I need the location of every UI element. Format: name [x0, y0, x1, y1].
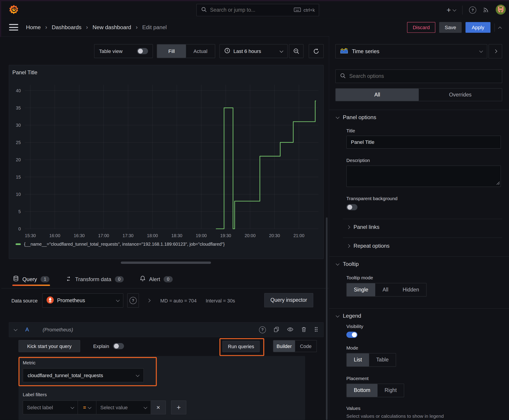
- breadcrumb-home[interactable]: Home: [26, 24, 41, 31]
- tooltip-all-option[interactable]: All: [375, 283, 395, 296]
- panel-links-header[interactable]: Panel links: [347, 224, 379, 230]
- drag-handle-icon[interactable]: [314, 326, 318, 333]
- metric-field: Metric cloudflared_tunnel_total_requests: [23, 360, 144, 382]
- time-range-label: Last 6 hours: [233, 48, 277, 54]
- scrollbar-thumb[interactable]: [326, 218, 327, 420]
- section-divider: [329, 308, 509, 308]
- datasource-help-button[interactable]: ?: [127, 293, 139, 308]
- legend-mode-label: Mode: [346, 345, 358, 351]
- panel-options-header[interactable]: Panel options: [336, 114, 376, 121]
- grafana-logo[interactable]: [9, 4, 19, 15]
- panel-description-textarea[interactable]: [346, 165, 501, 187]
- time-series-chart[interactable]: 15:3016:0016:3017:0017:3018:0018:3019:00…: [9, 78, 323, 240]
- operator-dropdown[interactable]: =: [78, 400, 96, 414]
- run-queries-button[interactable]: Run queries: [222, 341, 260, 352]
- expand-options-icon[interactable]: [147, 299, 150, 302]
- builder-option[interactable]: Builder: [273, 340, 295, 352]
- help-icon[interactable]: ?: [259, 326, 266, 333]
- create-new-button[interactable]: +: [447, 7, 456, 13]
- section-divider: [329, 110, 509, 110]
- query-interval: Interval = 30s: [205, 298, 235, 303]
- refresh-button[interactable]: [309, 44, 324, 58]
- select-value-dropdown[interactable]: Select value: [97, 400, 151, 414]
- tab-query[interactable]: Query 1: [13, 276, 50, 283]
- select-label-placeholder: Select label: [27, 405, 71, 410]
- resize-handle-icon[interactable]: [496, 181, 500, 185]
- search-options-box[interactable]: [335, 69, 502, 83]
- legend-list-option[interactable]: List: [347, 353, 369, 366]
- tab-overrides[interactable]: Overrides: [419, 89, 502, 101]
- table-view-toggle[interactable]: [137, 48, 148, 54]
- panel-edit-actions: Discard Save Apply: [407, 22, 503, 33]
- placement-bottom-option[interactable]: Bottom: [347, 384, 378, 397]
- nav-divider: [462, 6, 463, 15]
- metric-select[interactable]: cloudflared_tunnel_total_requests: [23, 368, 144, 382]
- legend-header[interactable]: Legend: [336, 313, 361, 319]
- zoom-out-button[interactable]: [289, 44, 304, 58]
- chevron-down-icon: [136, 373, 139, 377]
- global-search-input[interactable]: [209, 7, 294, 13]
- svg-text:18:30: 18:30: [171, 233, 182, 238]
- remove-filter-button[interactable]: ✕: [151, 400, 166, 414]
- svg-text:17:00: 17:00: [98, 233, 109, 238]
- legend-visibility-toggle[interactable]: [346, 332, 357, 338]
- legend-swatch: [15, 243, 21, 245]
- time-range-picker[interactable]: Last 6 hours: [220, 44, 288, 58]
- panel-resize-handle[interactable]: [121, 262, 211, 264]
- active-tab-underline: [12, 285, 50, 286]
- fill-option[interactable]: Fill: [157, 45, 186, 58]
- description-label: Description: [346, 158, 370, 163]
- transparent-bg-toggle[interactable]: [346, 204, 357, 210]
- breadcrumb-dashboards[interactable]: Dashboards: [52, 24, 82, 31]
- help-icon[interactable]: ?: [469, 7, 476, 14]
- tab-alert[interactable]: Alert 0: [140, 276, 173, 283]
- eye-icon[interactable]: [287, 327, 294, 333]
- news-rss-icon[interactable]: [483, 6, 489, 14]
- tab-transform-data[interactable]: Transform data 0: [66, 276, 124, 283]
- operator-value: =: [83, 405, 86, 410]
- keyboard-icon: [294, 7, 301, 13]
- discard-button[interactable]: Discard: [407, 22, 435, 33]
- query-inspector-button[interactable]: Query inspector: [264, 293, 313, 307]
- save-button[interactable]: Save: [439, 22, 462, 33]
- apply-button[interactable]: Apply: [465, 22, 490, 33]
- select-label-dropdown[interactable]: Select label: [23, 400, 78, 414]
- visualization-picker[interactable]: Time series: [335, 44, 487, 59]
- tooltip-title: Tooltip: [343, 261, 359, 267]
- search-options-input[interactable]: [349, 73, 502, 79]
- datasource-name: Prometheus: [57, 298, 113, 303]
- global-search-box[interactable]: ctrl+k: [196, 4, 319, 16]
- query-a-header[interactable]: A (Prometheus) ?: [9, 322, 324, 337]
- legend-series-label[interactable]: {__name__="cloudflared_tunnel_total_requ…: [24, 242, 225, 247]
- datasource-picker[interactable]: Prometheus: [42, 293, 123, 308]
- svg-text:16:00: 16:00: [49, 233, 60, 238]
- collapse-query-icon[interactable]: [14, 327, 17, 331]
- actual-option[interactable]: Actual: [186, 45, 215, 58]
- trash-icon[interactable]: [301, 326, 306, 333]
- datasource-row: Data source Prometheus ? MD = auto = 704…: [11, 293, 324, 308]
- panel-title-input[interactable]: [346, 136, 501, 149]
- panel-title[interactable]: Panel Title: [12, 69, 37, 76]
- add-filter-button[interactable]: +: [171, 400, 186, 414]
- placement-right-option[interactable]: Right: [378, 384, 404, 397]
- tooltip-single-option[interactable]: Single: [347, 283, 375, 296]
- tooltip-hidden-option[interactable]: Hidden: [395, 283, 426, 296]
- kick-start-query-button[interactable]: Kick start your query: [18, 340, 80, 352]
- tab-all[interactable]: All: [336, 89, 419, 101]
- legend-table-option[interactable]: Table: [369, 353, 396, 366]
- code-option[interactable]: Code: [295, 340, 316, 352]
- duplicate-icon[interactable]: [273, 326, 279, 333]
- menu-toggle-button[interactable]: [9, 24, 18, 30]
- explain-toggle[interactable]: [113, 343, 124, 349]
- query-row-actions: ?: [259, 326, 318, 333]
- toggle-pane-button[interactable]: [489, 44, 502, 59]
- tooltip-mode-label: Tooltip mode: [346, 275, 373, 280]
- section-divider: [329, 256, 509, 257]
- breadcrumb-new-dashboard[interactable]: New dashboard: [92, 24, 131, 31]
- chart-legend[interactable]: {__name__="cloudflared_tunnel_total_requ…: [15, 242, 225, 247]
- time-series-viz-icon: [340, 48, 348, 54]
- tooltip-header[interactable]: Tooltip: [336, 261, 359, 267]
- collapse-header-icon[interactable]: [498, 26, 501, 30]
- repeat-options-header[interactable]: Repeat options: [347, 243, 389, 249]
- user-avatar[interactable]: [496, 5, 506, 15]
